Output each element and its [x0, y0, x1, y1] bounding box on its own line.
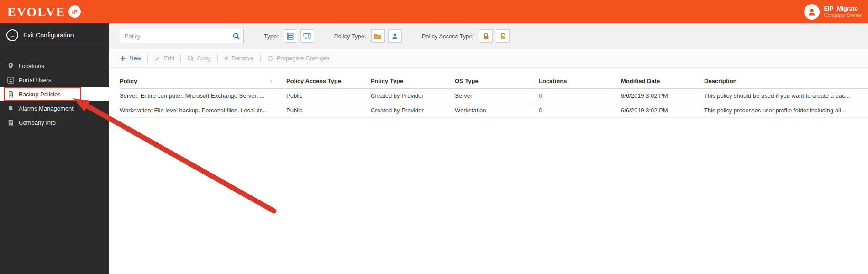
search-button[interactable]: [229, 29, 243, 43]
sidebar-item-locations[interactable]: Locations: [0, 59, 109, 73]
remove-x-icon: ×: [224, 55, 228, 62]
sidebar-item-backup-policies[interactable]: Backup Policies: [0, 87, 109, 101]
policies-table: Policy ↑ Policy Access Type Policy Type …: [120, 74, 868, 118]
toolbar-divider: [147, 54, 148, 62]
propagate-changes-label: Propagate Changes: [277, 55, 330, 62]
cell-access-type: Public: [286, 88, 371, 103]
cell-description: This policy should be used if you want t…: [704, 88, 868, 103]
column-header-label: Policy: [120, 78, 137, 84]
search-icon: [232, 32, 240, 40]
sidebar-item-company-info[interactable]: Company Info: [0, 116, 109, 129]
brand-logo: EVOLVE iP: [7, 5, 81, 18]
sidebar-item-label: Company Info: [19, 119, 56, 126]
copy-button[interactable]: Copy: [187, 55, 210, 62]
policy-type-provider-filter-button[interactable]: [371, 29, 385, 43]
cell-policy-type: Created by Provider: [371, 103, 455, 117]
column-header-label: Modified Date: [621, 78, 660, 84]
policy-type-filter-label: Policy Type:: [334, 33, 366, 40]
cell-policy: Server: Entire computer. Microsoft Excha…: [120, 88, 286, 103]
brand-badge-icon: iP: [68, 5, 81, 18]
user-icon: [391, 32, 399, 40]
user-role: Company Owner: [824, 12, 862, 19]
copy-button-label: Copy: [197, 55, 210, 62]
policy-document-icon: [7, 91, 14, 98]
cell-os-type: Server: [455, 88, 539, 103]
cell-modified-date: 6/6/2019 3:02 PM: [621, 88, 704, 103]
search-input[interactable]: [120, 33, 229, 40]
type-server-filter-button[interactable]: [284, 29, 297, 43]
user-card-icon: [7, 77, 14, 84]
provider-folder-icon: [374, 32, 382, 40]
locations-count-link[interactable]: 0: [539, 92, 542, 99]
propagate-changes-button[interactable]: Propagate Changes: [267, 55, 330, 62]
column-header-label: OS Type: [455, 78, 479, 84]
locations-count-link[interactable]: 0: [539, 107, 542, 114]
sidebar-nav: Locations Portal Users Backup Policies A…: [0, 59, 109, 129]
lock-closed-icon: [482, 32, 490, 40]
column-header-policy-access-type[interactable]: Policy Access Type: [286, 74, 371, 88]
sidebar-item-alarms-management[interactable]: Alarms Management: [0, 101, 109, 115]
user-menu[interactable]: EIP_Migrate Company Owner: [804, 4, 863, 20]
toolbar-divider: [217, 54, 218, 62]
table-row[interactable]: Server: Entire computer. Microsoft Excha…: [120, 88, 868, 103]
edit-button[interactable]: Edit: [154, 55, 174, 62]
exit-configuration-label: Exit Configuration: [23, 32, 74, 39]
toolbar-divider: [260, 54, 261, 62]
user-avatar-icon: [804, 4, 820, 20]
policy-type-filter-group: Policy Type:: [334, 29, 402, 43]
column-header-policy-type[interactable]: Policy Type: [371, 74, 455, 88]
sidebar-item-label: Alarms Management: [19, 105, 74, 112]
cell-os-type: Workstation: [455, 103, 539, 117]
cell-policy: Workstation: File level backup. Personal…: [120, 103, 286, 117]
sidebar: ← Exit Configuration Locations Portal Us…: [0, 23, 109, 274]
type-workstation-filter-button[interactable]: [300, 29, 314, 43]
plus-icon: [120, 55, 126, 62]
edit-button-label: Edit: [164, 55, 174, 62]
column-header-description[interactable]: Description: [704, 74, 868, 88]
column-header-locations[interactable]: Locations: [539, 74, 621, 88]
column-header-label: Locations: [539, 78, 567, 84]
sidebar-item-label: Backup Policies: [19, 91, 61, 98]
column-header-policy[interactable]: Policy ↑: [120, 74, 286, 88]
column-header-label: Policy Access Type: [286, 78, 341, 84]
alarm-bell-icon: [7, 105, 14, 112]
building-icon: [7, 119, 14, 126]
back-arrow-icon: ←: [6, 29, 18, 41]
cell-modified-date: 6/6/2019 3:02 PM: [621, 103, 704, 117]
toolbar-divider: [180, 54, 181, 62]
server-icon: [286, 32, 294, 40]
type-filter-label: Type:: [264, 33, 279, 40]
cell-policy-type: Created by Provider: [371, 88, 455, 103]
table-header-row: Policy ↑ Policy Access Type Policy Type …: [120, 74, 868, 88]
brand-name: EVOLVE: [7, 5, 65, 18]
access-type-locked-filter-button[interactable]: [479, 29, 493, 43]
table-row[interactable]: Workstation: File level backup. Personal…: [120, 103, 868, 117]
sidebar-item-label: Portal Users: [19, 77, 52, 84]
remove-button[interactable]: × Remove: [224, 55, 254, 62]
cell-locations: 0: [539, 103, 621, 117]
new-button-label: New: [129, 55, 141, 62]
filter-bar: Type: Policy Type: Policy Access Type:: [109, 23, 868, 49]
policy-access-type-filter-label: Policy Access Type:: [422, 33, 474, 40]
cell-locations: 0: [539, 88, 621, 103]
column-header-os-type[interactable]: OS Type: [455, 74, 539, 88]
lock-open-icon: [499, 32, 507, 40]
sync-icon: [267, 55, 274, 62]
column-header-label: Policy Type: [371, 78, 403, 84]
column-header-label: Description: [704, 78, 737, 84]
policy-type-user-filter-button[interactable]: [388, 29, 402, 43]
top-bar: EVOLVE iP EIP_Migrate Company Owner: [0, 0, 868, 23]
sort-ascending-icon: ↑: [270, 78, 273, 84]
policy-access-type-filter-group: Policy Access Type:: [422, 29, 510, 43]
new-button[interactable]: New: [120, 55, 141, 62]
action-bar: New Edit Copy × Remove Propagate Changes: [109, 49, 868, 68]
sidebar-item-label: Locations: [19, 63, 44, 69]
access-type-public-filter-button[interactable]: [496, 29, 510, 43]
workstation-icon: [303, 32, 311, 40]
column-header-modified-date[interactable]: Modified Date: [621, 74, 704, 88]
cell-description: This policy processes user profile folde…: [704, 103, 868, 117]
exit-configuration-button[interactable]: ← Exit Configuration: [0, 23, 109, 47]
main-content: Type: Policy Type: Policy Access Type:: [109, 23, 868, 274]
sidebar-item-portal-users[interactable]: Portal Users: [0, 73, 109, 87]
copy-icon: [187, 55, 194, 62]
